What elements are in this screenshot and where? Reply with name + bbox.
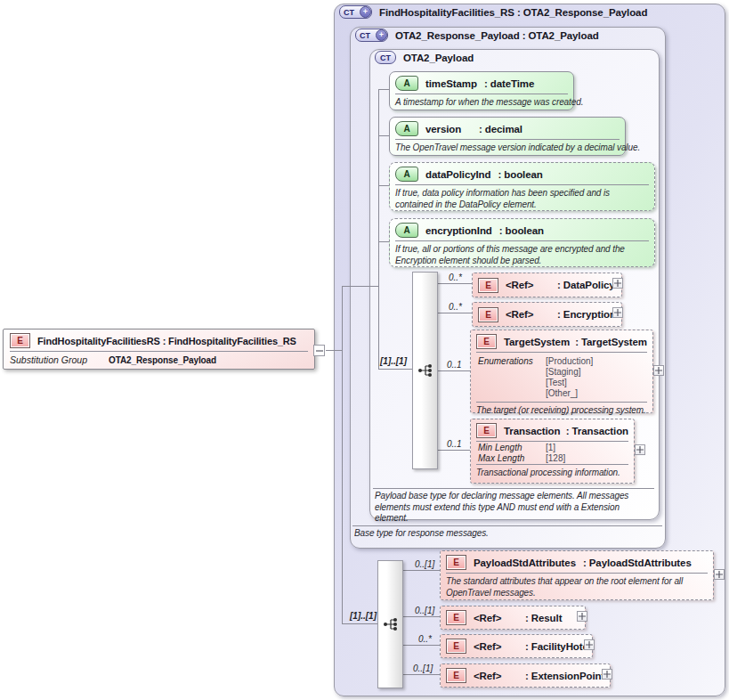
cardinality-label: 0..[1] <box>415 606 434 615</box>
element-type: : FacilityHotel <box>525 641 591 652</box>
element-icon: E <box>478 278 498 293</box>
expand-button-transaction[interactable] <box>635 444 645 455</box>
connector-line <box>378 369 412 370</box>
element-type: : DataPolicy <box>557 280 615 290</box>
extension-plus-icon: + <box>360 6 371 18</box>
expand-button-encryption[interactable] <box>612 307 623 318</box>
attribute-type: : dateTime <box>484 78 534 89</box>
enumeration-value: [Production] <box>546 356 593 367</box>
cardinality-label: 0..* <box>449 302 462 312</box>
root-frame-title: FindHospitalityFacilities_RS : OTA2_Resp… <box>379 7 647 18</box>
expand-button-extensionpoint[interactable] <box>602 669 612 680</box>
plus-icon <box>586 641 593 648</box>
element-header: E Transaction : Transaction <box>471 419 634 440</box>
element-name: Transaction <box>504 426 559 436</box>
divider <box>373 488 654 489</box>
attribute-doc: A timestamp for when the message was cre… <box>390 95 573 110</box>
payload-frame-title: OTA2_Payload <box>403 53 474 63</box>
global-element-title: FindHospitalityFacilitiesRS : FindHospit… <box>37 336 296 346</box>
element-name: TargetSystem <box>504 337 568 347</box>
element-box-encryption-ref[interactable]: E <Ref> : Encryption <box>472 302 622 327</box>
attribute-header: A dataPolicyInd : boolean <box>390 163 654 183</box>
facet-label: Max Length <box>478 453 533 464</box>
divider <box>395 139 620 140</box>
connector-line <box>401 616 440 617</box>
divider <box>476 464 628 465</box>
divider <box>476 402 647 403</box>
xsd-schema-diagram: CT + FindHospitalityFacilities_RS : OTA2… <box>0 0 729 700</box>
element-doc: The standard attributes that appear on t… <box>441 574 713 600</box>
payload-frame-footnote: Payload base type for declaring message … <box>375 491 651 525</box>
expand-button-payloadstdattributes[interactable] <box>714 569 725 580</box>
complex-type-icon: CT + <box>355 28 388 42</box>
complex-type-icon: CT + <box>339 5 372 19</box>
connector-line <box>342 286 343 624</box>
element-icon: E <box>446 639 466 654</box>
connector-line <box>436 283 472 284</box>
connector-line <box>342 286 379 287</box>
attribute-icon: A <box>395 223 418 238</box>
attribute-icon: A <box>395 167 418 182</box>
response-frame-header: CT + OTA2_Response_Payload : OTA2_Payloa… <box>355 28 599 42</box>
attribute-box-timestamp: A timeStamp : dateTime A timestamp for w… <box>389 71 574 110</box>
expand-button-targetsystem[interactable] <box>653 365 664 376</box>
enumeration-value: [Staging] <box>546 367 593 378</box>
element-header: E PayloadStdAttributes : PayloadStdAttri… <box>441 551 713 572</box>
complex-type-icon: CT <box>375 51 396 64</box>
element-name: PayloadStdAttributes <box>474 558 576 568</box>
cardinality-label: [1]..[1] <box>380 356 407 366</box>
facet-label: Substitution Group <box>10 354 87 365</box>
plus-icon <box>716 571 723 578</box>
connector-line <box>378 89 389 90</box>
divider <box>446 573 708 574</box>
connector-line <box>378 89 379 370</box>
facet-value: [1] <box>546 443 555 453</box>
sequence-indicator <box>412 272 438 469</box>
element-type: : Result <box>525 613 562 623</box>
cardinality-label: 0..1 <box>447 439 462 449</box>
attribute-box-datapolicyind: A dataPolicyInd : boolean If true, data … <box>389 162 655 211</box>
element-box-facilityhotel-ref[interactable]: E <Ref> : FacilityHotel <box>440 634 593 658</box>
global-element-box[interactable]: E FindHospitalityFacilitiesRS : FindHosp… <box>3 329 315 370</box>
connector-line <box>378 185 389 186</box>
extension-plus-icon: + <box>376 29 387 41</box>
element-box-result-ref[interactable]: E <Ref> : Result <box>440 606 586 630</box>
plus-icon <box>579 613 586 620</box>
element-icon: E <box>446 610 466 625</box>
expand-button-facilityhotel[interactable] <box>584 639 595 650</box>
sequence-indicator <box>377 560 403 688</box>
attribute-type: : boolean <box>498 169 542 180</box>
facet-label: Enumerations <box>478 356 533 399</box>
expand-button-datapolicy[interactable] <box>612 278 623 289</box>
plus-icon <box>614 309 621 316</box>
complex-type-icon-label: CT <box>360 31 370 40</box>
element-box-datapolicy-ref[interactable]: E <Ref> : DataPolicy <box>472 273 622 297</box>
element-icon: E <box>478 307 498 322</box>
attribute-doc: If true, data policy information has bee… <box>390 186 654 212</box>
connector-line <box>326 350 342 351</box>
connector-line <box>342 623 377 624</box>
sequence-icon <box>383 617 399 631</box>
attribute-header: A encryptionInd : boolean <box>390 219 654 240</box>
connector-line <box>401 645 440 646</box>
expand-button-result[interactable] <box>577 611 587 622</box>
facet-value: OTA2_Response_Payload <box>109 355 216 365</box>
element-doc: The target (or receiving) processing sys… <box>471 403 652 419</box>
complex-type-icon-label: CT <box>344 8 354 17</box>
element-box-payloadstdattributes[interactable]: E PayloadStdAttributes : PayloadStdAttri… <box>440 550 714 600</box>
response-frame-footnote: Base type for response messages. <box>354 528 489 540</box>
length-facet: Min Length [1] <box>471 443 634 453</box>
element-box-targetsystem[interactable]: E TargetSystem : TargetSystem Enumeratio… <box>470 330 653 413</box>
element-type: : PayloadStdAttributes <box>583 558 692 568</box>
element-icon: E <box>10 333 30 348</box>
element-name: <Ref> <box>474 613 518 623</box>
cardinality-label: [1]..[1] <box>350 611 377 621</box>
payload-frame-header: CT OTA2_Payload <box>375 51 474 64</box>
divider <box>395 184 649 185</box>
collapse-button-global-element[interactable] <box>313 345 325 356</box>
element-box-transaction[interactable]: E Transaction : Transaction Min Length [… <box>470 419 635 484</box>
element-doc: Transactional processing information. <box>471 466 634 481</box>
attribute-box-encryptionind: A encryptionInd : boolean If true, all o… <box>389 218 655 267</box>
connector-line <box>436 313 472 313</box>
element-box-extensionpoint-ref[interactable]: E <Ref> : ExtensionPoint <box>440 663 611 688</box>
